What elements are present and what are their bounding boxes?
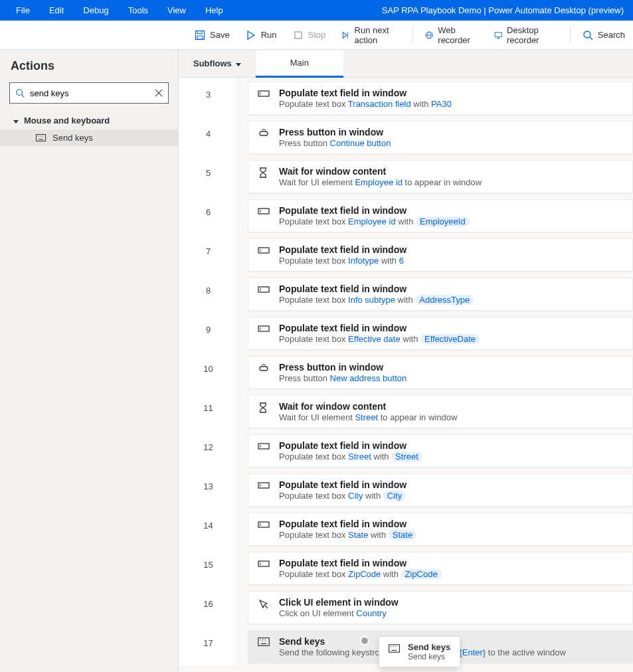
svg-rect-48 [389,645,400,652]
web-recorder-button[interactable]: Web recorder [417,21,486,49]
svg-rect-38 [258,522,269,527]
tree-item-label: Send keys [52,133,93,143]
desktop-rec-label: Desktop recorder [507,25,558,45]
flow-step[interactable]: Populate text field in windowPopulate te… [248,317,633,350]
menu-items: File Edit Debug Tools View Help [7,1,232,19]
textbox-icon [258,440,270,451]
globe-icon [425,30,433,41]
textbox-icon [258,479,270,490]
tab-main[interactable]: Main [256,50,343,78]
menu-file[interactable]: File [7,1,39,19]
flow-step[interactable]: Wait for window contentWait for UI eleme… [248,395,633,428]
save-label: Save [210,30,230,40]
step-title: Populate text field in window [279,284,474,294]
step-number: 8 [179,274,238,313]
search-button[interactable]: Search [575,21,633,49]
actions-search[interactable] [9,82,169,104]
flow-step[interactable]: Populate text field in windowPopulate te… [248,434,633,467]
stop-button[interactable]: Stop [285,21,334,49]
step-description: Populate text box ZipCode with ZipCode [279,569,442,579]
menu-view[interactable]: View [158,1,195,19]
step-number: 11 [179,391,238,430]
run-button[interactable]: Run [238,21,285,49]
step-description: Populate text box Infotype with 6 [279,256,407,266]
step-number: 10 [179,352,238,391]
svg-rect-22 [258,91,269,96]
textbox-icon [258,323,270,333]
step-title: Populate text field in window [279,88,452,98]
step-title: Click UI element in window [279,597,399,608]
wait-icon [258,401,270,413]
step-description: Populate text box Street with Street [279,452,422,462]
flow-step[interactable]: Populate text field in windowPopulate te… [248,238,633,272]
flow-step[interactable]: Click UI element in windowClick on UI el… [248,591,633,624]
flow-step[interactable]: Populate text field in windowPopulate te… [248,199,633,232]
step-description: Press button New address button [279,373,407,383]
menu-tools[interactable]: Tools [119,1,157,19]
menu-debug[interactable]: Debug [74,1,118,19]
flow-step[interactable]: Press button in windowPress button New a… [248,356,633,389]
run-next-label: Run next action [355,25,401,45]
keyboard-icon [389,644,400,653]
svg-rect-0 [196,31,205,39]
svg-rect-40 [258,561,269,566]
step-description: Populate text box City with City [279,491,407,501]
flow-step[interactable]: Populate text field in windowPopulate te… [248,82,633,115]
flow-step[interactable]: Wait for window contentWait for UI eleme… [248,160,633,193]
menu-help[interactable]: Help [196,1,232,19]
flow-step[interactable]: Populate text field in windowPopulate te… [248,513,633,546]
actions-heading: Actions [0,50,178,82]
send-keys-tooltip: Send keys Send keys [379,636,460,667]
step-description: Populate text box State with State [279,530,416,540]
flow-area: 3Populate text field in windowPopulate t… [179,78,633,672]
wait-icon [258,166,270,178]
svg-line-12 [590,37,592,40]
press-icon [258,127,270,137]
toolbar-separator [570,27,571,44]
flow-content: Subflows Main 3Populate text field in wi… [179,50,633,672]
window-title: SAP RPA Playbook Demo | Power Automate D… [382,5,626,15]
flow-step[interactable]: Populate text field in windowPopulate te… [248,473,633,507]
stop-icon [293,30,304,41]
keyboard-icon [36,134,46,141]
actions-sidebar: Actions Mouse and keyboard Send keys [0,50,179,672]
menu-edit[interactable]: Edit [40,1,73,19]
step-title: Press button in window [279,127,391,137]
svg-rect-2 [197,36,203,39]
step-icon [341,30,349,41]
flow-step[interactable]: Populate text field in windowPopulate te… [248,278,633,311]
run-label: Run [261,30,277,40]
tree-group-mouse-keyboard[interactable]: Mouse and keyboard [0,112,178,129]
web-rec-label: Web recorder [438,25,478,45]
run-next-button[interactable]: Run next action [333,21,408,49]
clear-icon[interactable] [155,89,163,97]
textbox-icon [258,558,270,568]
chevron-down-icon [13,116,19,126]
click-icon [258,597,270,609]
flow-step[interactable]: Press button in windowPress button Conti… [248,121,633,154]
step-title: Populate text field in window [279,479,407,490]
step-description: Populate text box Transaction field with… [279,99,452,109]
flow-step[interactable]: Populate text field in windowPopulate te… [248,552,633,585]
actions-search-input[interactable] [30,88,149,98]
svg-rect-36 [258,483,269,488]
tree-item-send-keys[interactable]: Send keys [0,129,178,146]
step-title: Populate text field in window [279,558,442,568]
keys-icon [258,636,270,646]
svg-rect-17 [37,135,46,141]
step-title: Populate text field in window [279,244,407,255]
search-label: Search [598,30,625,40]
subflows-button[interactable]: Subflows [179,50,256,77]
desktop-recorder-button[interactable]: Desktop recorder [486,21,566,49]
scroll-handle[interactable] [360,636,369,645]
step-number: 16 [179,587,238,626]
toolbar: Save Run Stop Run next action Web record… [0,21,633,50]
press-icon [258,362,270,373]
tooltip-title: Send keys [408,642,450,652]
step-number: 9 [179,313,238,352]
save-button[interactable]: Save [187,21,238,49]
svg-rect-3 [295,32,302,39]
svg-rect-8 [495,32,501,37]
play-icon [246,30,256,41]
step-number: 17 [179,626,238,665]
